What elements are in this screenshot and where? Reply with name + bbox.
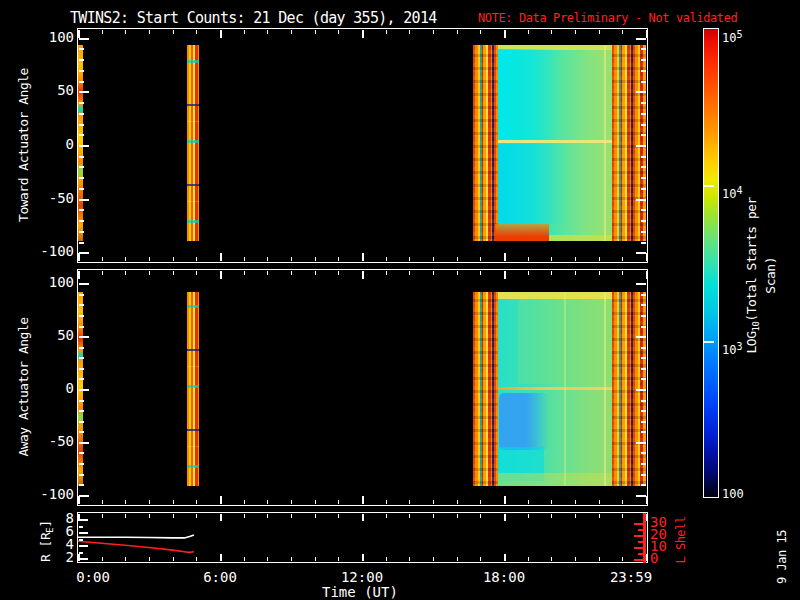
axis-tick [641,134,646,136]
tick-label: 12:00 [332,570,392,584]
tick-label: 0 [650,551,680,565]
axis-tick [338,514,339,518]
axis-tick [79,539,83,541]
axis-tick [646,253,648,261]
axis-tick [409,257,410,261]
axis-tick [641,326,646,328]
axis-tick [220,514,222,521]
axis-tick [638,541,643,543]
axis-tick [504,30,506,38]
axis-tick [599,514,600,518]
axis-tick [634,523,643,525]
axis-tick [433,257,434,261]
tick-label: 50 [28,83,74,97]
axis-tick [220,30,222,38]
axis-tick [149,271,150,275]
axis-tick [79,113,84,115]
axis-tick [575,557,576,561]
axis-tick [641,48,646,50]
tick-label: -100 [28,244,74,258]
axis-tick [575,514,576,518]
axis-tick [79,532,88,534]
axis-tick [386,30,387,34]
axis-tick [457,500,458,504]
axis-tick [78,30,80,38]
axis-tick [409,557,410,561]
axis-tick [433,514,434,518]
axis-tick [636,38,646,40]
axis-tick [504,271,506,279]
axis-tick [636,495,646,497]
axis-tick [79,252,89,254]
axis-tick [641,347,646,349]
axis-tick [79,134,84,136]
axis-tick [362,496,364,504]
axis-tick [599,271,600,275]
axis-tick [386,557,387,561]
colorbar-tick-label: 105 [722,27,762,45]
axis-tick [504,514,506,521]
axis-tick [173,514,174,518]
axis-tick [641,124,646,126]
axis-tick [149,514,150,518]
axis-tick [79,70,84,72]
axis-tick [551,257,552,261]
axis-tick [173,271,174,275]
axis-tick [338,257,339,261]
axis-tick [79,145,89,147]
axis-tick [457,257,458,261]
axis-tick [79,156,84,158]
colorbar-gradient [704,29,718,497]
axis-tick [646,514,648,521]
axis-tick [634,535,643,537]
axis-tick [641,357,646,359]
axis-tick [528,257,529,261]
axis-tick [504,253,506,261]
axis-tick [641,242,646,244]
colorbar-tick-label: 100 [722,487,762,501]
axis-tick [79,315,84,317]
axis-tick [79,410,84,412]
axis-tick [362,554,364,561]
axis-tick [646,496,648,504]
axis-tick [220,271,222,279]
axis-tick [504,554,506,561]
axis-tick [102,271,103,275]
axis-tick [480,514,481,518]
axis-tick [575,257,576,261]
axis-tick [338,271,339,275]
axis-tick [504,496,506,504]
axis-tick [79,188,84,190]
axis-tick [636,91,646,93]
axis-tick [315,557,316,561]
axis-tick [641,102,646,104]
axis-tick [575,500,576,504]
tick-label: 50 [28,328,74,342]
axis-tick [244,271,245,275]
axis-tick [386,271,387,275]
axis-tick [636,442,646,444]
axis-tick [196,257,197,261]
axis-tick [636,252,646,254]
axis-tick [362,514,364,521]
axis-tick [636,389,646,391]
axis-tick [196,271,197,275]
axis-tick [641,166,646,168]
colorbar-tick [704,341,714,343]
axis-tick [315,30,316,34]
axis-tick [79,347,84,349]
axis-tick [599,557,600,561]
axis-tick [622,500,623,504]
axis-tick [622,557,623,561]
axis-tick [79,484,84,486]
axis-tick [457,514,458,518]
plot-date-stamp: 9 Jan 15 [775,522,789,592]
axis-tick [102,257,103,261]
axis-tick [480,271,481,275]
axis-tick [622,30,623,34]
axis-tick [244,30,245,34]
axis-tick [79,519,88,521]
axis-tick [79,199,89,201]
axis-tick [315,500,316,504]
axis-tick [641,113,646,115]
